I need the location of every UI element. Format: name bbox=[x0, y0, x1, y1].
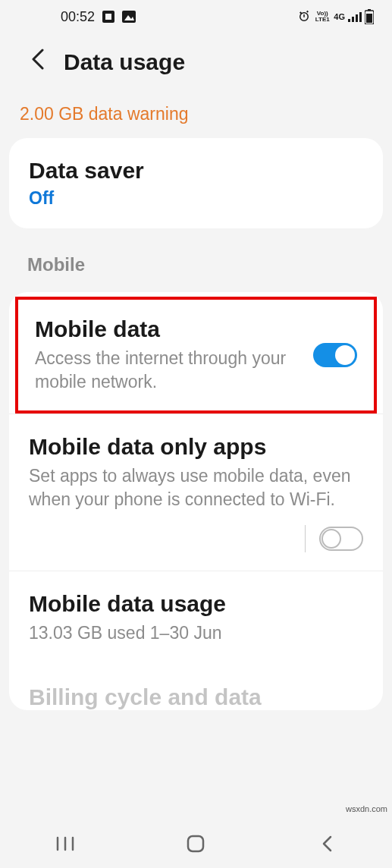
mobile-data-only-apps-title: Mobile data only apps bbox=[29, 434, 363, 460]
chevron-left-icon bbox=[30, 49, 45, 70]
navigation-bar bbox=[0, 819, 392, 868]
network-indicator: 4G bbox=[334, 12, 345, 21]
mobile-data-toggle[interactable] bbox=[313, 343, 357, 367]
svg-rect-5 bbox=[352, 17, 354, 22]
image-icon bbox=[122, 11, 136, 23]
status-bar: 00:52 Vo)) LTE1 4G bbox=[0, 0, 392, 33]
mobile-data-row[interactable]: Mobile data Access the internet through … bbox=[18, 300, 374, 410]
data-saver-status: Off bbox=[29, 188, 363, 209]
watermark: wsxdn.com bbox=[346, 804, 387, 813]
status-left: 00:52 bbox=[61, 9, 136, 25]
mobile-data-usage-title: Mobile data usage bbox=[29, 591, 363, 617]
data-saver-title: Data saver bbox=[29, 158, 363, 184]
battery-icon bbox=[365, 9, 374, 24]
data-saver-card[interactable]: Data saver Off bbox=[9, 138, 383, 228]
svg-rect-1 bbox=[105, 14, 111, 20]
section-label-mobile: Mobile bbox=[0, 228, 392, 292]
home-icon bbox=[186, 834, 205, 854]
home-button[interactable] bbox=[182, 830, 209, 857]
svg-rect-14 bbox=[188, 836, 203, 851]
stop-icon bbox=[102, 11, 114, 23]
chevron-left-icon bbox=[320, 835, 334, 853]
data-warning-link[interactable]: 2.00 GB data warning bbox=[0, 98, 392, 138]
page-title: Data usage bbox=[64, 49, 185, 75]
signal-icon bbox=[348, 11, 362, 22]
mobile-data-title: Mobile data bbox=[35, 316, 290, 342]
recents-icon bbox=[55, 836, 75, 851]
recents-button[interactable] bbox=[52, 830, 79, 857]
status-time: 00:52 bbox=[61, 9, 95, 25]
back-button[interactable] bbox=[30, 49, 45, 75]
volte-indicator: Vo)) LTE1 bbox=[314, 11, 331, 23]
mobile-data-usage-summary: 13.03 GB used 1–30 Jun bbox=[29, 621, 363, 645]
svg-rect-4 bbox=[348, 19, 350, 22]
mobile-data-only-apps-toggle-row bbox=[9, 517, 383, 571]
mobile-section-card: Mobile data Access the internet through … bbox=[9, 292, 383, 710]
svg-rect-7 bbox=[359, 12, 362, 22]
billing-cycle-row-peek[interactable]: Billing cycle and data bbox=[9, 665, 383, 710]
mobile-data-description: Access the internet through your mobile … bbox=[35, 347, 290, 394]
mobile-data-highlight: Mobile data Access the internet through … bbox=[15, 297, 377, 414]
nav-back-button[interactable] bbox=[313, 830, 340, 857]
svg-rect-6 bbox=[356, 14, 358, 22]
mobile-data-usage-row[interactable]: Mobile data usage 13.03 GB used 1–30 Jun bbox=[9, 571, 383, 665]
svg-rect-9 bbox=[368, 9, 371, 11]
mobile-data-only-apps-toggle[interactable] bbox=[319, 527, 363, 551]
mobile-data-only-apps-description: Set apps to always use mobile data, even… bbox=[29, 464, 363, 511]
divider-icon bbox=[305, 525, 306, 552]
svg-rect-10 bbox=[366, 14, 372, 23]
mobile-data-only-apps-row[interactable]: Mobile data only apps Set apps to always… bbox=[9, 414, 383, 517]
alarm-icon bbox=[297, 10, 311, 24]
status-right: Vo)) LTE1 4G bbox=[297, 9, 374, 24]
page-header: Data usage bbox=[0, 33, 392, 98]
